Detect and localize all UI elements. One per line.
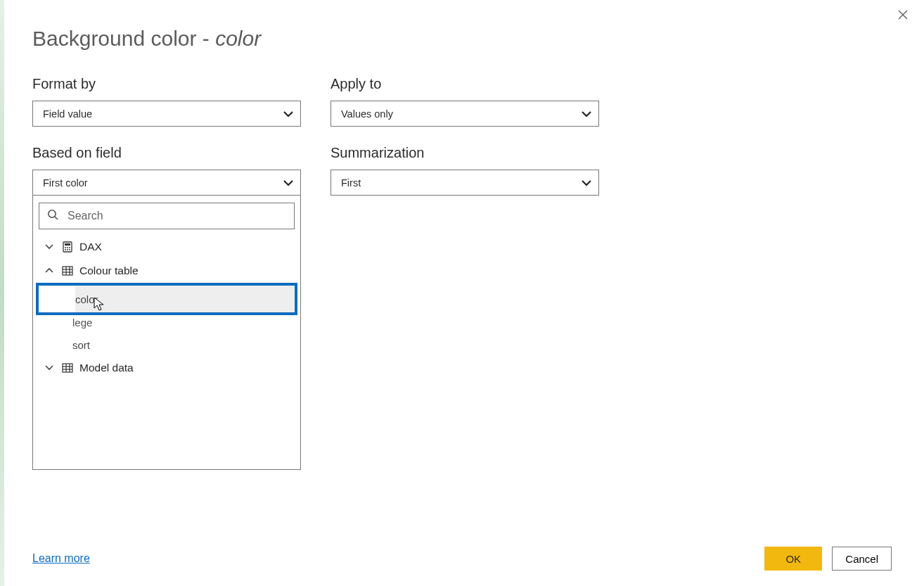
summarization-value: First <box>341 177 361 189</box>
chevron-down-icon <box>43 243 56 251</box>
svg-rect-17 <box>63 364 72 372</box>
field-tree: DAX Colour table color <box>39 235 295 380</box>
based-on-field-label: Based on field <box>32 145 301 161</box>
svg-rect-12 <box>63 267 72 275</box>
table-icon <box>61 362 74 374</box>
apply-to-value: Values only <box>341 108 393 120</box>
table-icon <box>61 265 74 277</box>
apply-to-select[interactable]: Values only <box>331 101 599 127</box>
chevron-down-icon <box>43 364 56 372</box>
tree-node-label: Colour table <box>79 265 139 277</box>
tree-leaf-color[interactable]: color <box>36 283 297 315</box>
svg-point-7 <box>67 247 68 248</box>
calculator-icon <box>61 241 74 253</box>
field-search-wrap[interactable] <box>39 203 295 229</box>
chevron-down-icon <box>582 110 591 117</box>
tree-leaf-lege[interactable]: lege <box>39 311 295 333</box>
format-by-select[interactable]: Field value <box>32 101 301 127</box>
svg-point-9 <box>65 249 66 250</box>
ok-button[interactable]: OK <box>764 547 822 571</box>
tree-leaf-sort[interactable]: sort <box>39 333 295 356</box>
tree-leaf-label: sort <box>72 339 90 351</box>
based-on-field-value: First color <box>43 177 88 189</box>
search-icon <box>46 208 59 224</box>
format-by-label: Format by <box>32 76 301 92</box>
learn-more-link[interactable]: Learn more <box>32 552 90 565</box>
dialog-title: Background color - color <box>32 27 892 51</box>
svg-point-8 <box>69 247 70 248</box>
dialog-footer: Learn more OK Cancel <box>32 547 892 571</box>
svg-line-3 <box>55 217 58 219</box>
field-search-input[interactable] <box>66 209 287 223</box>
tree-node-dax[interactable]: DAX <box>39 235 295 259</box>
summarization-select[interactable]: First <box>331 170 599 196</box>
chevron-down-icon <box>283 179 293 186</box>
close-icon <box>897 9 909 20</box>
based-on-field-select[interactable]: First color <box>32 170 301 196</box>
close-button[interactable] <box>897 8 909 23</box>
svg-point-10 <box>67 249 68 250</box>
dialog-title-prefix: Background color - <box>32 27 215 50</box>
svg-rect-5 <box>65 243 70 246</box>
svg-point-2 <box>49 210 56 217</box>
cancel-button[interactable]: Cancel <box>832 547 892 571</box>
field-picker-dropdown: DAX Colour table color <box>32 196 301 470</box>
dialog-title-fieldname: color <box>215 27 261 50</box>
svg-point-6 <box>65 247 66 248</box>
apply-to-label: Apply to <box>331 76 599 92</box>
svg-point-11 <box>69 249 70 250</box>
background-color-dialog: Background color - color Format by Field… <box>0 0 924 586</box>
cursor-icon <box>93 297 107 314</box>
tree-node-colour-table[interactable]: Colour table <box>39 259 295 283</box>
tree-node-model-data[interactable]: Model data <box>39 356 295 380</box>
tree-leaf-label: lege <box>72 317 92 329</box>
summarization-label: Summarization <box>331 145 599 161</box>
chevron-down-icon <box>283 110 293 117</box>
format-by-value: Field value <box>43 108 92 120</box>
chevron-down-icon <box>582 179 591 186</box>
tree-node-label: Model data <box>79 362 134 374</box>
tree-node-label: DAX <box>79 241 102 253</box>
chevron-up-icon <box>43 267 56 275</box>
